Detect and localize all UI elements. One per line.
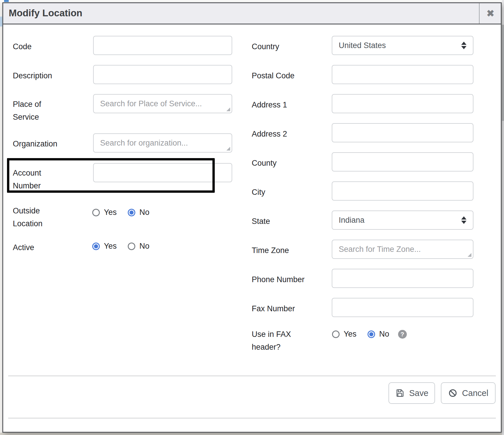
address1-input[interactable] — [332, 94, 473, 113]
account-number-label: Account Number — [13, 167, 68, 192]
city-label: City — [252, 186, 311, 199]
radio-unselected-icon[interactable] — [128, 243, 135, 250]
save-button-label: Save — [409, 388, 428, 398]
outside-location-yes-option[interactable]: Yes — [92, 208, 117, 217]
page-behind-artifact — [4, 0, 9, 2]
radio-unselected-icon[interactable] — [92, 209, 100, 216]
active-radio-group: Yes No — [92, 242, 150, 251]
active-yes-option[interactable]: Yes — [92, 242, 117, 251]
outside-location-no-option[interactable]: No — [128, 208, 150, 217]
address2-label: Address 2 — [252, 128, 311, 140]
fax-number-input[interactable] — [332, 298, 473, 317]
radio-selected-icon[interactable] — [128, 209, 135, 216]
radio-unselected-icon[interactable] — [332, 330, 340, 338]
time-zone-search[interactable]: Search for Time Zone... — [332, 240, 473, 259]
help-icon[interactable]: ? — [398, 330, 407, 339]
county-input[interactable] — [332, 152, 473, 171]
city-input[interactable] — [332, 181, 473, 201]
account-number-input[interactable] — [93, 163, 232, 182]
select-spinner-icon — [461, 42, 466, 49]
use-in-fax-header-no-option[interactable]: No — [368, 330, 389, 339]
radio-selected-icon[interactable] — [368, 330, 375, 338]
time-zone-label: Time Zone — [252, 244, 311, 257]
country-label: Country — [252, 40, 311, 53]
page-behind-left-strip — [0, 0, 2, 433]
use-in-fax-header-radio-group: Yes No ? — [332, 330, 407, 339]
resize-grip-icon — [468, 253, 471, 257]
time-zone-placeholder: Search for Time Zone... — [339, 245, 421, 254]
radio-selected-icon[interactable] — [92, 243, 100, 250]
phone-number-label: Phone Number — [252, 273, 311, 286]
resize-grip-icon — [226, 147, 230, 151]
resize-grip-icon — [226, 107, 230, 111]
save-floppy-icon — [395, 388, 404, 398]
county-label: County — [252, 157, 311, 169]
use-in-fax-header-yes-option[interactable]: Yes — [332, 330, 356, 339]
active-label: Active — [13, 241, 68, 254]
address1-label: Address 1 — [252, 98, 311, 111]
page-behind-top-strip — [0, 0, 502, 2]
description-input[interactable] — [93, 65, 232, 84]
fax-number-label: Fax Number — [252, 302, 311, 315]
postal-code-input[interactable] — [332, 65, 473, 84]
use-in-fax-header-label: Use in FAX header? — [252, 328, 311, 353]
place-of-service-placeholder: Search for Place of Service... — [100, 99, 202, 108]
code-label: Code — [13, 40, 68, 53]
state-select[interactable]: Indiana — [332, 211, 473, 230]
cancel-ban-icon — [448, 388, 457, 398]
code-input[interactable] — [93, 36, 232, 55]
country-select[interactable]: United States — [332, 36, 473, 55]
select-spinner-icon — [461, 216, 466, 224]
address2-input[interactable] — [332, 123, 473, 142]
close-button[interactable]: ✖ — [479, 3, 501, 24]
organization-search[interactable]: Search for organization... — [93, 133, 232, 153]
postal-code-label: Postal Code — [252, 69, 311, 82]
organization-placeholder: Search for organization... — [100, 139, 188, 148]
active-no-option[interactable]: No — [128, 242, 150, 251]
cancel-button-label: Cancel — [462, 388, 488, 398]
place-of-service-search[interactable]: Search for Place of Service... — [93, 94, 232, 113]
footer-top-divider — [8, 376, 496, 376]
page-scrollbar-thumb[interactable] — [502, 25, 504, 121]
save-button[interactable]: Save — [388, 382, 435, 404]
outside-location-label: Outside Location — [13, 204, 68, 230]
cancel-button[interactable]: Cancel — [441, 382, 496, 404]
close-icon: ✖ — [487, 8, 494, 19]
country-select-value: United States — [339, 41, 386, 50]
state-label: State — [252, 215, 311, 228]
footer-bottom-divider — [8, 418, 496, 418]
outside-location-radio-group: Yes No — [92, 208, 150, 217]
description-label: Description — [13, 69, 68, 82]
place-of-service-label: Place of Service — [13, 98, 68, 123]
dialog-title: Modify Location — [9, 8, 82, 19]
phone-number-input[interactable] — [332, 269, 473, 288]
organization-label: Organization — [13, 137, 68, 150]
page-behind-artifact — [0, 17, 2, 26]
state-select-value: Indiana — [339, 216, 365, 225]
